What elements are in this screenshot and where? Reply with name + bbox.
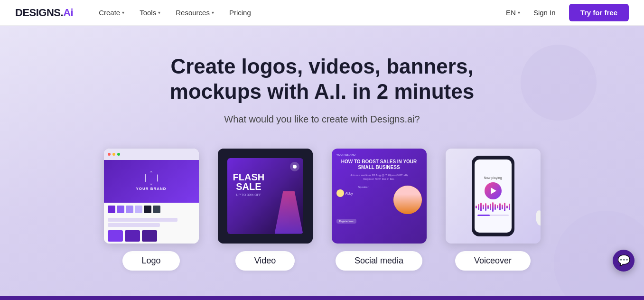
navbar: DESIGNS.Ai Create ▾ Tools ▾ Resources ▾ … (0, 0, 644, 26)
speaker-label: Speaker (336, 186, 391, 188)
nav-links: Create ▾ Tools ▾ Resources ▾ Pricing (92, 6, 506, 19)
mockup-header (104, 149, 199, 160)
flash-sale-bg: FLASHSALE UP TO 30% OFF (227, 158, 303, 234)
window-dot-green (117, 153, 120, 156)
waveform-bar (480, 203, 482, 211)
logo-mockup: YOUR BRAND (104, 149, 199, 244)
mini-card (108, 230, 123, 242)
decorative-circle-1 (521, 45, 597, 121)
social-bottom: Speaker Abby (336, 186, 422, 214)
chevron-down-icon: ▾ (212, 10, 214, 15)
social-mockup: YOUR BRAND HOW TO BOOST SALES IN YOUR SM… (332, 149, 427, 244)
social-card[interactable]: YOUR BRAND HOW TO BOOST SALES IN YOUR SM… (332, 149, 427, 271)
mini-cards (108, 230, 195, 242)
speaker-block: Speaker Abby (336, 186, 391, 214)
mockup-rows (104, 216, 199, 244)
waveform-bar (487, 205, 489, 209)
row (108, 223, 160, 227)
logo[interactable]: DESIGNS.Ai (15, 7, 73, 19)
social-title: HOW TO BOOST SALES IN YOUR SMALL BUSINES… (336, 159, 422, 170)
video-mockup: FLASHSALE UP TO 30% OFF (218, 149, 313, 244)
video-card[interactable]: FLASHSALE UP TO 30% OFF Video (218, 149, 313, 271)
waveform-bar (478, 204, 479, 210)
product-cards-row: YOUR BRAND (19, 149, 625, 271)
logo-card-image: YOUR BRAND (104, 149, 199, 244)
hero-section: Create logos, videos, banners, mockups w… (0, 26, 644, 296)
hex-icon (145, 171, 158, 185)
speaker-name: Abby (345, 192, 353, 195)
swatch (126, 206, 133, 213)
video-label: Video (235, 251, 295, 271)
person-silhouette (275, 191, 303, 234)
logo-text: DESIGNS.Ai (15, 7, 73, 19)
speaker-info: Abby (336, 189, 391, 197)
swatch (135, 206, 142, 213)
flash-sale-sub: UP TO 30% OFF (233, 193, 265, 197)
play-icon (491, 188, 496, 194)
nav-item-resources[interactable]: Resources ▾ (169, 6, 221, 19)
mini-card (142, 230, 157, 242)
progress-fill (477, 215, 490, 216)
logo-label: Logo (122, 251, 179, 271)
airpods-icon (536, 210, 541, 234)
waveform-bar (504, 203, 505, 211)
social-action-buttons: Register Now (336, 219, 422, 224)
voiceover-card[interactable]: Now playing (446, 149, 541, 271)
waveform-bar (509, 204, 510, 210)
chevron-down-icon: ▾ (518, 10, 520, 15)
phone-body: Now playing (472, 156, 514, 236)
logo-ai-text: Ai (63, 7, 73, 19)
swatch (108, 206, 115, 213)
waveform-bar (485, 203, 486, 211)
progress-bar (477, 215, 509, 216)
mini-card (125, 230, 140, 242)
logo-preview-box: YOUR BRAND (104, 160, 199, 203)
voiceover-mockup: Now playing (446, 149, 541, 244)
social-header: YOUR BRAND (336, 153, 422, 156)
tablet-button (290, 162, 299, 171)
swatch (117, 206, 124, 213)
video-card-image: FLASHSALE UP TO 30% OFF (218, 149, 313, 244)
language-selector[interactable]: EN ▾ (506, 9, 520, 17)
social-person-photo (393, 186, 422, 214)
waveform-bar (497, 205, 498, 208)
nav-item-tools[interactable]: Tools ▾ (133, 6, 167, 19)
swatch (153, 206, 160, 213)
flash-text-block: FLASHSALE UP TO 30% OFF (233, 172, 265, 197)
chat-bubble[interactable]: 💬 (613, 250, 635, 272)
swatch (144, 206, 151, 213)
social-brand: YOUR BRAND (336, 153, 356, 156)
tablet-btn-dot (293, 165, 297, 169)
phone-screen: Now playing (475, 159, 512, 233)
brand-label: YOUR BRAND (136, 187, 166, 191)
nav-item-create[interactable]: Create ▾ (92, 6, 131, 19)
waveform-bar (492, 202, 494, 212)
now-playing-label: Now playing (484, 176, 502, 179)
waveform-bar (495, 204, 496, 210)
try-free-button[interactable]: Try for free (569, 4, 629, 21)
waveform (476, 202, 510, 212)
person-face (393, 186, 422, 214)
play-button-circle (485, 182, 502, 199)
waveform-bar (476, 206, 477, 208)
window-dot-red (108, 153, 111, 156)
color-swatches (104, 203, 199, 216)
cookie-bar: By using our site, you acknowledge that … (0, 296, 644, 300)
voiceover-label: Voiceover (455, 251, 531, 271)
chevron-down-icon: ▾ (122, 10, 124, 15)
nav-item-pricing[interactable]: Pricing (223, 6, 258, 19)
airpod-left (534, 209, 541, 226)
social-desc: Join our webinar 28 Aug @ 7:30pm (GMT +8… (336, 173, 422, 181)
hero-title: Create logos, videos, banners, mockups w… (137, 54, 507, 104)
row (108, 218, 177, 222)
waveform-bar (506, 206, 508, 208)
social-label: Social media (336, 251, 422, 271)
flash-sale-text: FLASHSALE (233, 172, 265, 191)
waveform-bar (502, 205, 503, 209)
sign-in-button[interactable]: Sign In (528, 6, 561, 19)
hero-subtitle: What would you like to create with Desig… (19, 114, 625, 125)
waveform-bar (483, 205, 484, 209)
logo-mockup-body: YOUR BRAND (104, 160, 199, 244)
social-card-image: YOUR BRAND HOW TO BOOST SALES IN YOUR SM… (332, 149, 427, 244)
logo-card[interactable]: YOUR BRAND (104, 149, 199, 271)
